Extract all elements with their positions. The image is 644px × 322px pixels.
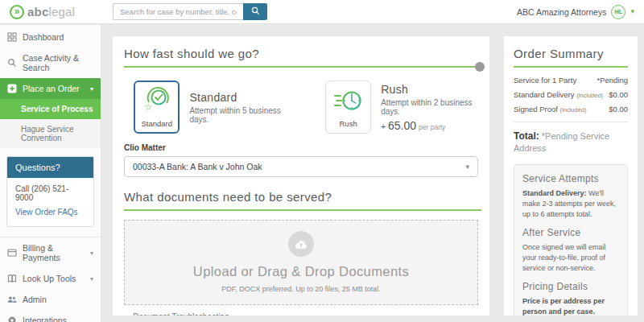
account-menu[interactable]: ABC Amazing Attorneys HL ▾	[517, 5, 634, 19]
chevron-down-icon: ▾	[465, 163, 469, 171]
service-attempts-text: Standard Delivery: We'll make 2-3 attemp…	[522, 188, 619, 220]
pricing-details-title: Pricing Details	[522, 281, 619, 292]
svg-text:☆: ☆	[144, 101, 153, 113]
chevron-down-icon: ▾	[90, 275, 93, 283]
sidebar: Dashboard Case Activity & Search Place a…	[0, 25, 101, 322]
summary-row: Service for 1 Party *Pending	[514, 76, 628, 85]
speed-options: ☆ Standard Standard Attempt within 5 bus…	[134, 80, 478, 134]
rush-clock-icon	[333, 86, 364, 118]
rush-card-label: Rush	[340, 119, 357, 128]
service-info-box: Service Attempts Standard Delivery: We'l…	[514, 164, 628, 316]
summary-row: Standard Delivery (included) $0.00	[514, 90, 628, 99]
documents-section-title: What documents need to be served?	[124, 190, 478, 204]
rush-card[interactable]: Rush	[325, 80, 371, 134]
sidebar-item-look-up-tools[interactable]: Look Up Tools ▾	[0, 268, 101, 289]
summary-note: (included)	[560, 106, 587, 114]
billing-icon	[7, 248, 17, 258]
order-form-card: How fast should we go?	[113, 36, 489, 316]
sidebar-item-integrations[interactable]: Integrations	[0, 310, 101, 322]
standard-clock-icon: ☆	[142, 86, 172, 118]
abclegal-logo[interactable]: » abclegal	[10, 5, 105, 19]
sidebar-label: Service of Process	[21, 105, 93, 114]
sidebar-item-hague-service-convention[interactable]: Hague Service Convention	[0, 119, 101, 148]
upload-title: Upload or Drag & Drop Documents	[125, 264, 477, 279]
summary-row: Signed Proof (included) $0.00	[514, 105, 628, 114]
questions-card: Questions? Call (206) 521-9000 View Orde…	[6, 156, 94, 227]
scroll-dot	[475, 62, 485, 72]
clio-matter-select[interactable]: 00033-A Bank: A Bank v John Oak ▾	[124, 156, 478, 177]
summary-value: *Pending	[597, 76, 628, 85]
sidebar-label: Look Up Tools	[23, 274, 76, 283]
questions-title: Questions?	[7, 157, 93, 178]
summary-note: (included)	[576, 92, 603, 99]
search-button[interactable]	[243, 3, 267, 20]
logo-chevrons-icon: »	[10, 5, 24, 19]
summary-label: Signed Proof	[514, 105, 558, 114]
after-service-text: Once signed we will email your ready-to-…	[522, 242, 619, 274]
dashboard-icon	[7, 32, 17, 42]
sidebar-label: Place an Order	[23, 84, 80, 93]
troubleshooting-label: Document Troubleshooting	[133, 312, 229, 316]
clio-matter-label: Clio Matter	[124, 143, 478, 152]
document-troubleshooting-link[interactable]: ▶ Document Troubleshooting	[124, 312, 478, 316]
standard-card-label: Standard	[141, 119, 172, 128]
sidebar-item-place-an-order[interactable]: Place an Order ▾	[0, 78, 101, 99]
search-icon	[7, 58, 17, 68]
book-icon	[7, 274, 17, 283]
order-total: Total: *Pending Service Address	[514, 122, 628, 155]
sidebar-item-service-of-process[interactable]: Service of Process	[0, 99, 101, 119]
search-input[interactable]	[113, 3, 243, 20]
plus-square-icon	[7, 84, 17, 93]
clio-matter-field: Clio Matter 00033-A Bank: A Bank v John …	[124, 143, 478, 177]
summary-value: $0.00	[609, 90, 628, 99]
section-divider	[124, 209, 481, 211]
standard-title: Standard	[189, 91, 287, 104]
speed-option-rush[interactable]: Rush Rush Attempt within 2 business days…	[325, 80, 478, 134]
main-area: How fast should we go?	[101, 25, 490, 322]
sidebar-label: Hague Service Convention	[21, 125, 93, 142]
pricing-details-bold: Price is per address per person and per …	[522, 297, 605, 316]
chevron-down-icon: ▾	[630, 8, 634, 15]
standard-card[interactable]: ☆ Standard	[134, 80, 180, 134]
service-attempts-bold: Standard Delivery:	[522, 189, 587, 197]
sidebar-label: Billing & Payments	[23, 243, 85, 262]
questions-phone: Call (206) 521-9000	[15, 184, 85, 202]
summary-label: Service for 1 Party	[514, 76, 576, 85]
avatar: HL	[611, 5, 625, 19]
sidebar-item-billing-payments[interactable]: Billing & Payments ▾	[0, 237, 101, 268]
upload-hint: PDF, DOCX preferred. Up to 20 files, 25 …	[125, 285, 477, 293]
sidebar-item-case-activity[interactable]: Case Activity & Search	[0, 47, 101, 78]
service-attempts-title: Service Attempts	[522, 173, 619, 184]
rush-price-unit: per party	[419, 123, 446, 131]
order-summary-panel: Order Summary Service for 1 Party *Pendi…	[504, 36, 638, 316]
app: » abclegal ABC Amazing Attorneys HL ▾	[0, 0, 644, 322]
top-header: » abclegal ABC Amazing Attorneys HL ▾	[0, 0, 644, 24]
chevron-down-icon: ▾	[90, 85, 93, 93]
search-icon	[251, 6, 260, 18]
sidebar-item-dashboard[interactable]: Dashboard	[0, 27, 101, 47]
logo-text-legal: legal	[48, 5, 75, 19]
speed-section-title: How fast should we go?	[124, 47, 478, 60]
view-order-faqs-link[interactable]: View Order FAQs	[15, 208, 78, 217]
chevron-down-icon: ▾	[90, 250, 93, 257]
sidebar-label: Case Activity & Search	[23, 53, 93, 72]
rush-title: Rush	[381, 83, 478, 96]
sidebar-label: Dashboard	[23, 32, 64, 42]
after-service-title: After Service	[522, 227, 619, 238]
upload-cloud-icon	[288, 231, 314, 257]
document-dropzone[interactable]: Upload or Drag & Drop Documents PDF, DOC…	[124, 220, 478, 305]
rush-price: + 65.00 per party	[381, 119, 478, 132]
standard-description: Attempt within 5 business days.	[189, 106, 287, 124]
triangle-right-icon: ▶	[124, 314, 129, 316]
people-icon	[7, 295, 17, 304]
sidebar-item-admin[interactable]: Admin	[0, 289, 101, 310]
account-name: ABC Amazing Attorneys	[517, 7, 606, 17]
order-summary-title: Order Summary	[514, 47, 628, 60]
pricing-details-text: Price is per address per person and per …	[522, 296, 619, 316]
speed-option-standard[interactable]: ☆ Standard Standard Attempt within 5 bus…	[134, 80, 287, 134]
case-search	[113, 3, 267, 20]
gear-icon	[7, 316, 17, 322]
sidebar-label: Integrations	[23, 316, 67, 322]
sidebar-label: Admin	[23, 295, 47, 304]
logo-text-abc: abc	[27, 5, 48, 19]
